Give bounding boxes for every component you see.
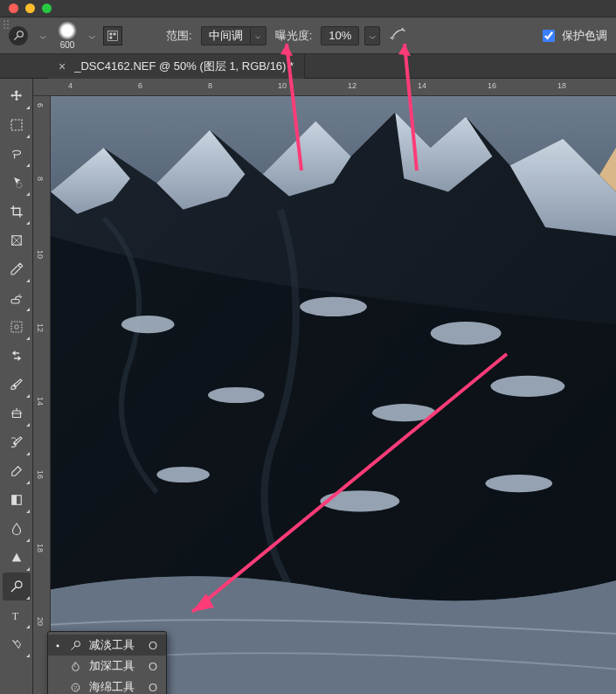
blur-tool[interactable] [3, 515, 31, 543]
brush-panel-button[interactable] [103, 26, 122, 45]
ruler-tick: 8 [36, 177, 45, 181]
horizontal-ruler[interactable]: 4 6 8 10 12 14 16 18 [33, 79, 616, 96]
protect-tones-input[interactable] [543, 30, 555, 42]
range-value: 中间调 [202, 28, 250, 44]
exposure-dropdown[interactable]: ⌵ [364, 26, 380, 45]
ruler-tick: 14 [418, 81, 426, 90]
flyout-item-sponge[interactable]: 海绵工具 O [48, 677, 166, 694]
ruler-tick: 12 [36, 323, 45, 332]
svg-rect-17 [11, 322, 22, 332]
flyout-label: 海绵工具 [89, 679, 135, 694]
brush-size-label: 600 [60, 40, 75, 50]
zoom-window-button[interactable] [42, 3, 52, 13]
svg-point-10 [17, 183, 22, 188]
svg-point-27 [74, 685, 75, 686]
brush-preview-icon [58, 21, 77, 40]
ruler-tick: 16 [36, 470, 45, 479]
type-tool[interactable]: T [3, 601, 31, 629]
active-marker: ▪ [53, 641, 62, 650]
flyout-label: 减淡工具 [89, 637, 135, 653]
svg-rect-3 [110, 32, 113, 35]
protect-tones-label: 保护色调 [562, 28, 607, 44]
healing-brush-tool[interactable] [3, 284, 31, 312]
svg-line-22 [11, 587, 16, 592]
tool-preset-dropdown[interactable]: ⌵ [39, 31, 46, 40]
ruler-tick: 10 [278, 81, 287, 90]
clone-stamp-tool[interactable] [3, 399, 31, 427]
svg-point-35 [208, 387, 265, 403]
svg-point-18 [14, 325, 18, 330]
document-tab[interactable]: × _DSC4162.NEF @ 50% (图层 1, RGB/16) * [48, 54, 305, 79]
svg-point-26 [72, 684, 80, 691]
svg-point-24 [74, 641, 80, 646]
protect-tones-checkbox[interactable]: 保护色调 [539, 27, 607, 45]
svg-point-7 [391, 37, 392, 38]
gear-tool[interactable] [3, 313, 31, 341]
brush-preset-picker[interactable]: 600 [54, 21, 80, 50]
svg-point-29 [74, 688, 75, 689]
gradient-tool[interactable] [3, 486, 31, 514]
brush-tool[interactable] [3, 371, 31, 399]
history-brush-tool[interactable] [3, 428, 31, 456]
svg-point-39 [320, 490, 399, 511]
flyout-item-dodge[interactable]: ▪ 减淡工具 O [48, 635, 166, 656]
svg-point-37 [490, 376, 564, 397]
svg-point-6 [392, 38, 394, 40]
brush-preset-dropdown[interactable]: ⌵ [88, 31, 95, 40]
dodge-icon [69, 639, 82, 652]
move-tool[interactable] [3, 82, 31, 110]
svg-text:T: T [11, 610, 18, 622]
flyout-shortcut: O [149, 639, 157, 652]
flyout-shortcut: O [149, 681, 157, 694]
close-tab-button[interactable]: × [59, 59, 66, 73]
svg-line-1 [14, 36, 17, 39]
document-title: _DSC4162.NEF @ 50% (图层 1, RGB/16) * [74, 59, 294, 74]
airbrush-toggle[interactable] [389, 25, 406, 45]
ruler-tick: 6 [36, 103, 45, 108]
range-label: 范围: [166, 28, 192, 44]
exposure-input[interactable]: 10% [321, 26, 359, 45]
burn-icon [69, 660, 82, 673]
document-canvas[interactable] [51, 96, 616, 694]
svg-point-0 [17, 31, 24, 37]
svg-line-25 [72, 646, 75, 649]
rectangle-tool[interactable] [3, 630, 31, 658]
ruler-tick: 14 [36, 397, 45, 406]
vertical-ruler[interactable]: 6 8 10 12 14 16 18 20 [33, 96, 51, 694]
document-tab-bar: × _DSC4162.NEF @ 50% (图层 1, RGB/16) * [0, 54, 616, 79]
ruler-tick: 16 [488, 81, 496, 90]
dodge-tool[interactable] [3, 573, 31, 600]
ruler-tick: 8 [208, 81, 212, 90]
grab-handle[interactable] [3, 19, 11, 28]
window-controls [0, 0, 616, 17]
lasso-tool[interactable] [3, 140, 31, 168]
flyout-label: 加深工具 [89, 658, 135, 674]
crop-tool[interactable] [3, 198, 31, 226]
quick-select-tool[interactable] [3, 169, 31, 197]
canvas-image [51, 96, 616, 694]
range-select[interactable]: 中间调 ⌵ [201, 26, 266, 45]
svg-rect-5 [110, 36, 113, 38]
eyedropper-tool[interactable] [3, 255, 31, 283]
svg-rect-14 [11, 300, 19, 304]
svg-rect-9 [11, 120, 22, 130]
ruler-tick: 6 [138, 81, 142, 90]
svg-point-36 [372, 404, 436, 421]
minimize-window-button[interactable] [25, 3, 35, 13]
svg-point-40 [485, 475, 552, 492]
ruler-tick: 18 [557, 81, 566, 90]
frame-tool[interactable] [3, 226, 31, 254]
svg-point-8 [393, 38, 394, 38]
shape-tool[interactable] [3, 544, 31, 572]
svg-point-15 [20, 296, 22, 298]
ruler-tick: 18 [36, 544, 45, 552]
svg-point-30 [77, 688, 78, 689]
chevron-down-icon: ⌵ [250, 27, 266, 45]
ruler-tick: 20 [36, 617, 45, 626]
current-tool-icon[interactable] [9, 26, 28, 45]
eraser-tool[interactable] [3, 457, 31, 485]
swap-tool[interactable] [3, 342, 31, 370]
close-window-button[interactable] [9, 3, 18, 13]
flyout-item-burn[interactable]: 加深工具 O [48, 656, 166, 677]
marquee-tool[interactable] [3, 111, 31, 139]
